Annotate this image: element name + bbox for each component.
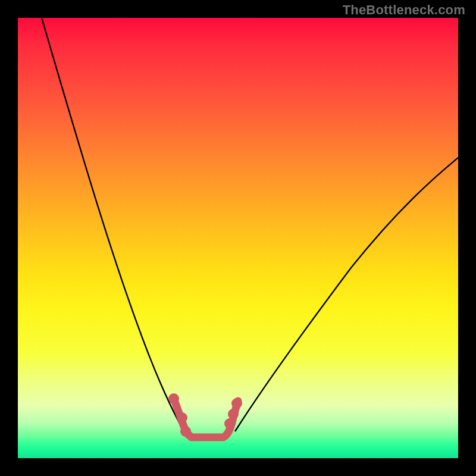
svg-point-0 [168, 393, 179, 404]
plot-area [18, 18, 458, 458]
svg-point-2 [180, 426, 191, 437]
svg-point-5 [231, 398, 242, 409]
chart-stage: TheBottleneck.com [0, 0, 476, 476]
watermark-text: TheBottleneck.com [343, 2, 465, 18]
curve-left-arm [42, 18, 186, 434]
svg-point-1 [177, 412, 187, 423]
curve-right-arm [235, 158, 458, 431]
svg-point-4 [228, 409, 239, 419]
svg-point-3 [224, 418, 235, 429]
curve-layer [18, 18, 458, 458]
